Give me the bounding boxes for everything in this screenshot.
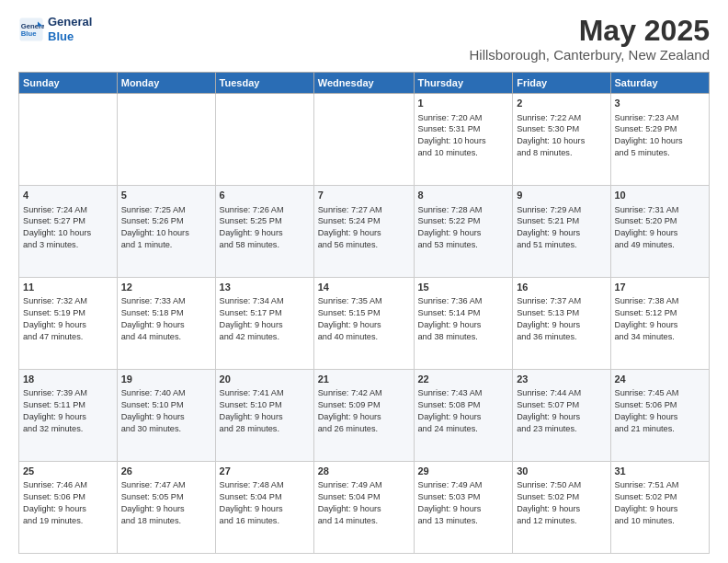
col-header-thursday: Thursday (414, 73, 513, 94)
day-number: 7 (318, 189, 410, 202)
page: General Blue General Blue May 2025 Hills… (0, 0, 728, 563)
day-number: 24 (615, 373, 706, 386)
day-cell: 21Sunrise: 7:42 AMSunset: 5:09 PMDayligh… (313, 370, 414, 462)
day-info: and 10 minutes. (615, 515, 706, 527)
day-info: Daylight: 9 hours (318, 319, 410, 331)
day-cell: 13Sunrise: 7:34 AMSunset: 5:17 PMDayligh… (215, 278, 313, 370)
day-info: Daylight: 10 hours (23, 227, 113, 239)
day-cell: 14Sunrise: 7:35 AMSunset: 5:15 PMDayligh… (313, 278, 414, 370)
day-number: 23 (517, 373, 606, 386)
col-header-saturday: Saturday (610, 73, 710, 94)
day-info: Sunrise: 7:29 AM (517, 204, 606, 216)
day-cell: 3Sunrise: 7:23 AMSunset: 5:29 PMDaylight… (610, 94, 710, 186)
day-info: Sunrise: 7:22 AM (517, 112, 606, 124)
day-info: Daylight: 10 hours (121, 227, 211, 239)
day-info: Daylight: 10 hours (418, 135, 509, 147)
logo-icon: General Blue (18, 17, 44, 42)
day-info: Sunset: 5:31 PM (418, 123, 509, 135)
day-cell: 16Sunrise: 7:37 AMSunset: 5:13 PMDayligh… (513, 278, 610, 370)
day-info: Sunset: 5:17 PM (220, 307, 310, 319)
day-info: Sunset: 5:05 PM (121, 491, 211, 503)
day-info: Daylight: 9 hours (23, 319, 113, 331)
day-info: and 26 minutes. (318, 423, 410, 435)
day-info: Sunrise: 7:42 AM (318, 387, 410, 399)
day-info: and 1 minute. (121, 239, 211, 251)
day-info: Sunset: 5:10 PM (121, 399, 211, 411)
day-cell: 12Sunrise: 7:33 AMSunset: 5:18 PMDayligh… (117, 278, 215, 370)
day-info: Daylight: 9 hours (318, 227, 410, 239)
day-info: Daylight: 9 hours (121, 319, 211, 331)
day-cell (117, 94, 215, 186)
day-info: and 8 minutes. (517, 147, 606, 159)
day-info: and 24 minutes. (418, 423, 509, 435)
day-info: Sunrise: 7:33 AM (121, 295, 211, 307)
col-header-wednesday: Wednesday (313, 73, 414, 94)
day-cell: 18Sunrise: 7:39 AMSunset: 5:11 PMDayligh… (19, 370, 118, 462)
day-info: and 28 minutes. (220, 423, 310, 435)
day-info: and 32 minutes. (23, 423, 113, 435)
day-info: and 44 minutes. (121, 331, 211, 343)
day-info: Daylight: 9 hours (418, 319, 509, 331)
day-info: Sunrise: 7:48 AM (220, 479, 310, 491)
day-info: Sunrise: 7:38 AM (615, 295, 706, 307)
day-info: Sunset: 5:13 PM (517, 307, 606, 319)
day-info: Sunrise: 7:46 AM (23, 479, 113, 491)
day-cell: 23Sunrise: 7:44 AMSunset: 5:07 PMDayligh… (513, 370, 610, 462)
day-cell: 11Sunrise: 7:32 AMSunset: 5:19 PMDayligh… (19, 278, 118, 370)
day-number: 6 (220, 189, 310, 202)
day-number: 25 (23, 465, 113, 478)
day-number: 14 (318, 281, 410, 294)
day-info: and 34 minutes. (615, 331, 706, 343)
day-cell: 25Sunrise: 7:46 AMSunset: 5:06 PMDayligh… (19, 462, 118, 554)
day-info: and 3 minutes. (23, 239, 113, 251)
day-info: Sunrise: 7:34 AM (220, 295, 310, 307)
day-cell: 6Sunrise: 7:26 AMSunset: 5:25 PMDaylight… (215, 186, 313, 278)
col-header-tuesday: Tuesday (215, 73, 313, 94)
day-cell: 9Sunrise: 7:29 AMSunset: 5:21 PMDaylight… (513, 186, 610, 278)
day-info: and 23 minutes. (517, 423, 606, 435)
day-info: Daylight: 9 hours (418, 227, 509, 239)
day-info: Sunrise: 7:51 AM (615, 479, 706, 491)
week-row-1: 1Sunrise: 7:20 AMSunset: 5:31 PMDaylight… (19, 94, 710, 186)
day-info: Sunset: 5:02 PM (517, 491, 606, 503)
day-info: Sunrise: 7:36 AM (418, 295, 509, 307)
day-info: Daylight: 9 hours (418, 411, 509, 423)
day-number: 31 (615, 465, 706, 478)
day-number: 18 (23, 373, 113, 386)
day-info: Sunset: 5:27 PM (23, 215, 113, 227)
day-info: Daylight: 9 hours (121, 503, 211, 515)
logo-text-general: General (48, 15, 92, 29)
day-cell (215, 94, 313, 186)
day-number: 20 (220, 373, 310, 386)
day-info: and 13 minutes. (418, 515, 509, 527)
day-info: and 30 minutes. (121, 423, 211, 435)
day-info: Sunrise: 7:35 AM (318, 295, 410, 307)
day-info: Daylight: 9 hours (517, 503, 606, 515)
day-info: Sunset: 5:19 PM (23, 307, 113, 319)
day-cell (313, 94, 414, 186)
day-info: Sunset: 5:14 PM (418, 307, 509, 319)
day-info: Sunrise: 7:31 AM (615, 204, 706, 216)
day-info: Daylight: 9 hours (517, 319, 606, 331)
day-info: Daylight: 9 hours (220, 227, 310, 239)
day-info: Sunset: 5:02 PM (615, 491, 706, 503)
day-number: 13 (220, 281, 310, 294)
day-info: and 21 minutes. (615, 423, 706, 435)
day-info: Sunrise: 7:32 AM (23, 295, 113, 307)
day-info: Sunset: 5:18 PM (121, 307, 211, 319)
week-row-4: 18Sunrise: 7:39 AMSunset: 5:11 PMDayligh… (19, 370, 710, 462)
day-cell: 22Sunrise: 7:43 AMSunset: 5:08 PMDayligh… (414, 370, 513, 462)
day-number: 29 (418, 465, 509, 478)
location-title: Hillsborough, Canterbury, New Zealand (469, 47, 710, 63)
day-info: Daylight: 9 hours (220, 411, 310, 423)
day-info: Sunset: 5:12 PM (615, 307, 706, 319)
day-info: Sunrise: 7:49 AM (318, 479, 410, 491)
day-info: Daylight: 9 hours (318, 503, 410, 515)
day-info: Sunrise: 7:20 AM (418, 112, 509, 124)
week-row-3: 11Sunrise: 7:32 AMSunset: 5:19 PMDayligh… (19, 278, 710, 370)
day-number: 30 (517, 465, 606, 478)
day-info: Daylight: 9 hours (23, 411, 113, 423)
day-info: Daylight: 9 hours (615, 319, 706, 331)
day-info: Sunrise: 7:50 AM (517, 479, 606, 491)
day-number: 2 (517, 97, 606, 110)
